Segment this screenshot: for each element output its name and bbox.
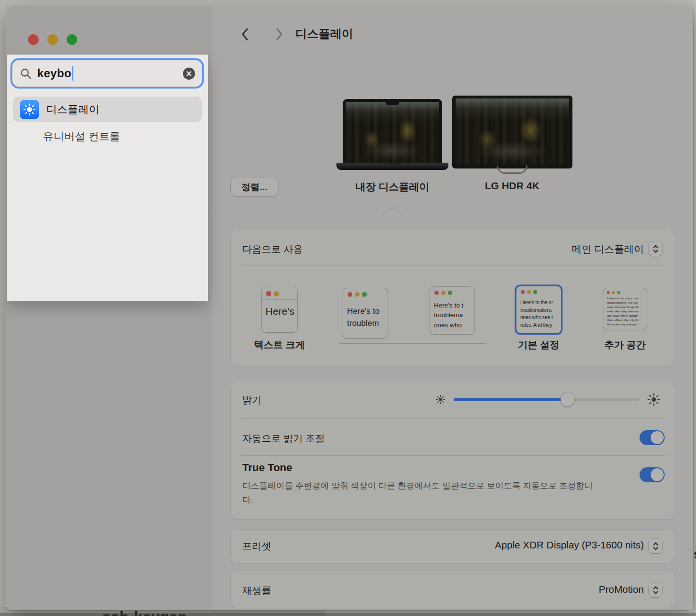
system-settings-window: 디스플레이 내장 디스플레이 LG HDR 4K 정렬... 다음으로 사용 메… xyxy=(6,6,693,610)
search-result-label: 디스플레이 xyxy=(46,102,99,117)
search-result-displays[interactable]: 디스플레이 xyxy=(13,97,202,122)
background-app-right-text: s xyxy=(694,547,696,562)
search-field[interactable]: keybo xyxy=(12,60,202,87)
display-brightness-icon xyxy=(20,100,39,119)
close-icon xyxy=(186,71,192,76)
search-result-universal-control[interactable]: 유니버설 컨트롤 xyxy=(43,129,120,144)
background-app-right-strip xyxy=(693,0,696,616)
clear-search-button[interactable] xyxy=(183,68,195,80)
text-cursor xyxy=(72,66,74,81)
screen: ssh-keygen s xyxy=(0,0,696,616)
search-popover: keybo xyxy=(7,55,208,301)
search-input-value[interactable]: keybo xyxy=(37,67,71,80)
search-icon xyxy=(20,68,31,79)
background-dock-band xyxy=(0,613,696,616)
